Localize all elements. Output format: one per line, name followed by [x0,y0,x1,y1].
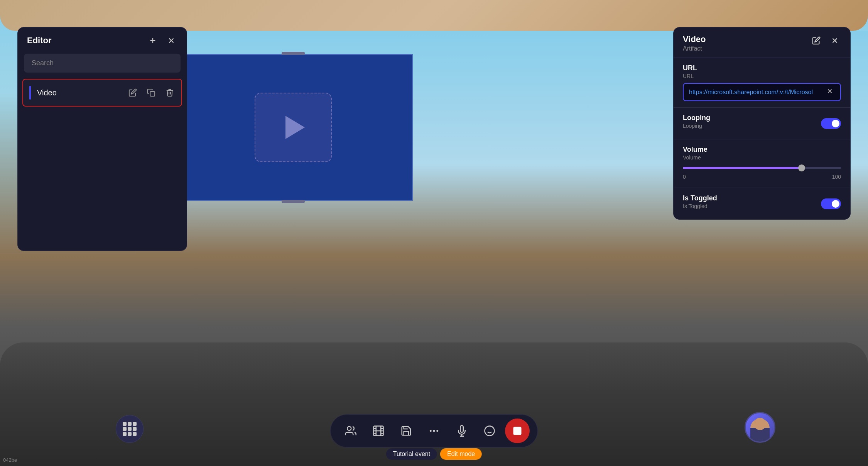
svg-point-20 [436,430,438,432]
avatar-head [754,418,766,430]
volume-label: Volume [683,146,841,154]
volume-slider-track[interactable] [683,167,841,169]
close-editor-button[interactable] [165,34,177,47]
grid-button[interactable] [116,415,144,443]
add-button[interactable] [147,34,159,47]
edit-item-icon[interactable] [127,87,138,98]
item-name: Video [37,88,127,97]
film-button[interactable] [366,419,391,443]
event-badge: Tutorial event [386,448,437,460]
url-input[interactable] [689,89,822,96]
version-text: 042be [3,457,17,463]
looping-label: Looping [683,114,710,122]
svg-point-19 [433,430,435,432]
svg-point-23 [485,426,495,436]
floor [0,342,868,466]
artifact-header-actions [810,34,841,47]
toggled-section: Is Toggled Is Toggled [674,188,850,219]
close-artifact-button[interactable] [829,34,841,47]
artifact-title: Video [683,34,706,44]
url-section: URL URL [674,58,850,108]
editor-header: Editor [18,27,187,54]
people-button[interactable] [338,419,363,443]
url-clear-button[interactable] [825,88,835,97]
volume-min-label: 0 [683,174,686,180]
edit-artifact-button[interactable] [810,34,822,47]
looping-toggle[interactable] [821,118,841,129]
svg-rect-26 [513,427,522,435]
item-indicator [29,86,31,100]
volume-slider-container: 0 100 [683,167,841,180]
svg-point-18 [430,430,432,432]
ceiling [0,0,868,31]
toggled-sublabel: Is Toggled [683,203,717,209]
artifact-panel: Video Artifact URL URL [673,27,851,220]
svg-point-9 [347,427,351,430]
status-bar: Tutorial event Edit mode [386,448,482,460]
item-actions [127,87,175,98]
save-button[interactable] [394,419,419,443]
mode-badge[interactable]: Edit mode [440,448,482,460]
bottom-toolbar [330,414,538,447]
volume-section: Volume Volume 0 100 [674,139,850,188]
volume-slider-fill [683,167,802,169]
search-container [18,54,187,79]
search-input[interactable] [24,54,181,73]
looping-sublabel: Looping [683,123,710,129]
svg-rect-4 [150,92,155,96]
url-input-container [683,83,841,101]
artifact-subtitle: Artifact [683,45,706,52]
grid-icon [123,422,137,436]
video-screen [174,54,413,201]
url-label: URL [683,64,841,72]
editor-title: Editor [27,36,52,46]
volume-max-label: 100 [832,174,841,180]
url-sublabel: URL [683,73,841,79]
artifact-title-block: Video Artifact [683,34,706,52]
toggled-label: Is Toggled [683,194,717,202]
play-icon [285,116,305,139]
toggled-labels: Is Toggled Is Toggled [683,194,717,213]
video-play-area [255,93,332,162]
toggled-toggle[interactable] [821,198,841,209]
toggled-row: Is Toggled Is Toggled [683,194,841,213]
list-item[interactable]: Video [22,79,182,107]
looping-row: Looping Looping [683,114,841,133]
mic-button[interactable] [449,419,474,443]
items-list: Video [18,79,187,251]
volume-slider-labels: 0 100 [683,174,841,180]
delete-item-icon[interactable] [164,87,175,98]
more-button[interactable] [422,419,446,443]
editor-panel: Editor Video [17,27,187,251]
volume-slider-thumb[interactable] [798,164,805,171]
looping-section: Looping Looping [674,108,850,139]
artifact-header: Video Artifact [674,27,850,58]
user-avatar[interactable] [745,412,775,443]
looping-labels: Looping Looping [683,114,710,133]
editor-header-actions [147,34,177,47]
copy-item-icon[interactable] [146,87,157,98]
record-button[interactable] [505,419,530,443]
emoji-button[interactable] [477,419,502,443]
volume-sublabel: Volume [683,154,841,161]
